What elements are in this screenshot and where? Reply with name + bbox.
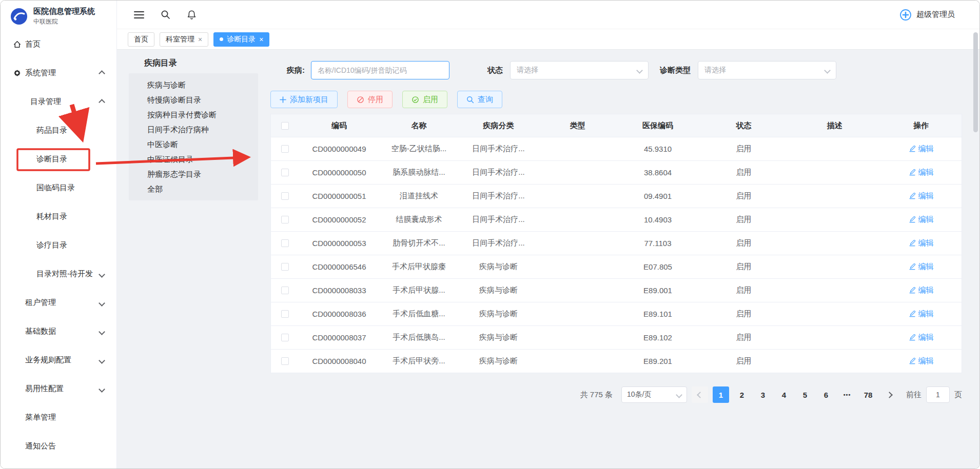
sidebar-item-national-code-catalog[interactable]: 国临码目录	[1, 173, 116, 202]
goto-page-input[interactable]	[926, 386, 950, 403]
close-icon[interactable]: ×	[198, 36, 202, 43]
catalog-item[interactable]: 疾病与诊断	[129, 77, 258, 92]
hamburger-menu-icon[interactable]	[134, 11, 144, 19]
page-button-last[interactable]: 78	[860, 386, 876, 403]
user-name[interactable]: 超级管理员	[916, 10, 955, 19]
cell-insurance-code: 77.1103	[617, 239, 699, 248]
row-checkbox[interactable]	[281, 192, 289, 200]
page-size-select[interactable]: 10条/页	[621, 386, 687, 403]
cell-status: 启用	[699, 144, 789, 154]
row-checkbox-cell	[271, 357, 299, 365]
row-checkbox[interactable]	[281, 216, 289, 223]
tab-diagnosis-catalog[interactable]: 诊断目录 ×	[213, 32, 269, 47]
page-button-4[interactable]: 4	[776, 386, 792, 403]
row-checkbox[interactable]	[281, 169, 289, 176]
sidebar-item-business-rules[interactable]: 业务规则配置	[1, 345, 116, 374]
disable-button[interactable]: 停用	[347, 91, 393, 108]
diagnosis-type-select[interactable]: 请选择	[698, 61, 836, 79]
vertical-scrollbar[interactable]	[973, 32, 978, 132]
page-button-6[interactable]: 6	[818, 386, 834, 403]
prev-page-button[interactable]	[692, 386, 708, 403]
edit-button[interactable]: 编辑	[909, 191, 934, 201]
row-checkbox[interactable]	[281, 287, 289, 294]
enable-label: 启用	[423, 95, 438, 105]
edit-button[interactable]: 编辑	[909, 286, 934, 295]
cell-insurance-code: 38.8604	[617, 168, 699, 177]
catalog-item[interactable]: 中医证候目录	[129, 152, 258, 167]
cell-insurance-code: E89.001	[617, 286, 699, 295]
sidebar-item-home[interactable]: 首页	[1, 30, 116, 58]
cell-category: 疾病与诊断	[459, 356, 538, 366]
catalog-item[interactable]: 全部	[129, 181, 258, 196]
catalog-item[interactable]: 肿瘤形态学目录	[129, 167, 258, 181]
page-button-3[interactable]: 3	[755, 386, 771, 403]
edit-button[interactable]: 编辑	[909, 215, 934, 225]
sidebar-item-tenant-management[interactable]: 租户管理	[1, 288, 116, 317]
cell-actions: 编辑	[880, 262, 962, 272]
edit-icon	[909, 145, 916, 152]
sidebar-item-treatment-catalog[interactable]: 诊疗目录	[1, 231, 116, 259]
search-icon[interactable]	[161, 10, 170, 19]
next-page-button[interactable]	[881, 386, 897, 403]
enable-button[interactable]: 启用	[402, 91, 447, 108]
edit-button[interactable]: 编辑	[909, 333, 934, 342]
sidebar-item-notice[interactable]: 通知公告	[1, 432, 116, 460]
edit-button[interactable]: 编辑	[909, 309, 934, 319]
sidebar-item-diagnosis-catalog[interactable]: 诊断目录	[1, 145, 116, 173]
bell-icon[interactable]	[187, 10, 197, 20]
sidebar-item-usability-config[interactable]: 易用性配置	[1, 374, 116, 403]
query-button[interactable]: 查询	[457, 91, 502, 108]
sidebar-item-system-management[interactable]: 系统管理	[1, 58, 116, 87]
edit-icon	[909, 216, 916, 223]
sidebar-item-catalog-management[interactable]: 目录管理	[1, 87, 116, 116]
row-checkbox[interactable]	[281, 263, 289, 271]
row-checkbox[interactable]	[281, 357, 289, 365]
sidebar-item-menu-management[interactable]: 菜单管理	[1, 403, 116, 432]
tab-home[interactable]: 首页	[128, 32, 154, 47]
header-type: 类型	[538, 121, 617, 131]
catalog-item[interactable]: 中医诊断	[129, 137, 258, 152]
user-area[interactable]: 超级管理员	[899, 9, 979, 21]
add-new-item-button[interactable]: 添加新项目	[270, 91, 338, 108]
diagnosis-type-filter-label: 诊断类型	[660, 66, 691, 75]
status-select[interactable]: 请选择	[510, 61, 649, 79]
cell-actions: 编辑	[880, 309, 962, 319]
chevron-down-icon	[99, 357, 105, 364]
query-label: 查询	[478, 95, 493, 105]
tab-department-management[interactable]: 科室管理 ×	[160, 32, 208, 47]
hospital-info-system-window: { "app": { "title": "医院信息管理系统", "subtitl…	[0, 0, 980, 469]
cell-code: CD0000000052	[299, 215, 379, 224]
page-button-1[interactable]: 1	[713, 386, 729, 403]
edit-button[interactable]: 编辑	[909, 144, 934, 154]
sidebar-item-consumables-catalog[interactable]: 耗材目录	[1, 202, 116, 231]
catalog-item[interactable]: 按病种目录付费诊断	[129, 107, 258, 122]
row-checkbox[interactable]	[281, 145, 289, 153]
cell-insurance-code: E89.101	[617, 310, 699, 318]
sidebar-item-catalog-mapping[interactable]: 目录对照-待开发	[1, 259, 116, 288]
disease-search-input[interactable]	[311, 61, 449, 79]
goto-label: 前往	[906, 390, 922, 400]
cell-name: 手术后甲状腺...	[379, 286, 459, 295]
row-checkbox[interactable]	[281, 310, 289, 318]
page-button-5[interactable]: 5	[797, 386, 813, 403]
page-button-2[interactable]: 2	[734, 386, 750, 403]
row-checkbox[interactable]	[281, 334, 289, 341]
catalog-item[interactable]: 日间手术治疗病种	[129, 122, 258, 137]
more-pages-button[interactable]: •••	[839, 386, 855, 403]
check-circle-icon	[411, 96, 419, 104]
select-all-checkbox[interactable]	[281, 122, 289, 130]
goto-page-area: 前往 页	[906, 386, 962, 403]
edit-icon	[909, 192, 916, 199]
close-icon[interactable]: ×	[259, 36, 263, 43]
row-checkbox[interactable]	[281, 239, 289, 247]
sidebar-item-base-data[interactable]: 基础数据	[1, 317, 116, 345]
cell-name: 手术后甲状腺瘘	[379, 262, 459, 272]
edit-button[interactable]: 编辑	[909, 356, 934, 366]
edit-button[interactable]: 编辑	[909, 238, 934, 248]
catalog-item[interactable]: 特慢病诊断目录	[129, 92, 258, 107]
app-subtitle: 中联医院	[33, 17, 95, 26]
edit-button[interactable]: 编辑	[909, 262, 934, 272]
edit-button[interactable]: 编辑	[909, 168, 934, 177]
sidebar-item-drug-catalog[interactable]: 药品目录	[1, 116, 116, 145]
sidebar: 医院信息管理系统 中联医院 首页 系统管理 目录管理 药品目录 诊断目录	[1, 1, 117, 468]
